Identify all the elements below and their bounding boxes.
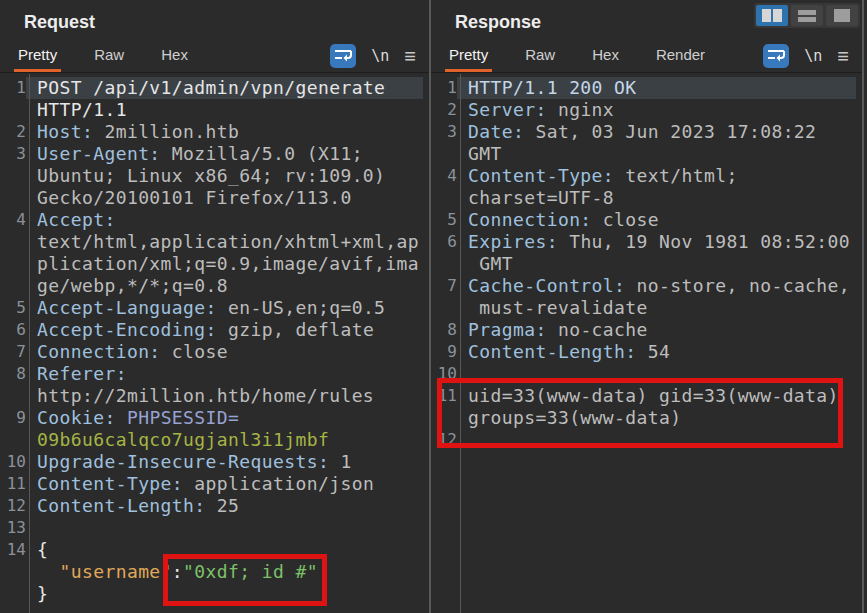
line-text: Date: Sat, 03 Jun 2023 17:08:22 xyxy=(468,121,856,143)
request-tab-bar: PrettyRawHex \n ≡ xyxy=(0,40,429,73)
line-text: Content-Length: 25 xyxy=(37,495,423,517)
line-text: User-Agent: Mozilla/5.0 (X11; xyxy=(37,143,423,165)
line-number xyxy=(431,143,457,165)
code-line: 7Connection: close xyxy=(0,341,423,363)
code-line: must-revalidate xyxy=(431,297,856,319)
hamburger-menu-icon[interactable]: ≡ xyxy=(404,46,416,66)
tab-raw[interactable]: Raw xyxy=(521,40,559,72)
line-text: HTTP/1.1 xyxy=(37,99,423,121)
line-number xyxy=(0,165,26,187)
tab-render[interactable]: Render xyxy=(652,40,709,72)
code-line: charset=UTF-8 xyxy=(431,187,856,209)
code-line: groups=33(www-data) xyxy=(431,407,856,429)
code-line: 2Server: nginx xyxy=(431,99,856,121)
tab-hex[interactable]: Hex xyxy=(588,40,623,72)
single-layout-button[interactable] xyxy=(826,5,858,26)
code-line: 1HTTP/1.1 200 OK xyxy=(431,77,856,99)
code-line: text/html,application/xhtml+xml,ap xyxy=(0,231,423,253)
code-line: 10 xyxy=(431,363,856,385)
code-line: 4Content-Type: text/html; xyxy=(431,165,856,187)
line-text: Accept-Language: en-US,en;q=0.5 xyxy=(37,297,423,319)
layout-toggle-group xyxy=(754,3,860,28)
line-number xyxy=(0,561,26,583)
code-line: 3User-Agent: Mozilla/5.0 (X11; xyxy=(0,143,423,165)
line-text: text/html,application/xhtml+xml,ap xyxy=(37,231,423,253)
line-number: 9 xyxy=(0,407,26,429)
code-line: 11uid=33(www-data) gid=33(www-data) xyxy=(431,385,856,407)
line-text: Ubuntu; Linux x86_64; rv:109.0) xyxy=(37,165,423,187)
response-editor-icons: \n ≡ xyxy=(763,40,862,72)
line-number: 11 xyxy=(431,385,457,407)
word-wrap-icon[interactable] xyxy=(763,44,789,68)
line-text: Connection: close xyxy=(468,209,856,231)
code-line: 4Accept: xyxy=(0,209,423,231)
request-panel: Request PrettyRawHex \n ≡ 1POST /api/v1 xyxy=(0,0,431,613)
line-number: 12 xyxy=(431,429,457,451)
line-number: 3 xyxy=(0,143,26,165)
code-line: 5Connection: close xyxy=(431,209,856,231)
word-wrap-icon[interactable] xyxy=(330,44,356,68)
line-number: 2 xyxy=(431,99,457,121)
line-text: HTTP/1.1 200 OK xyxy=(457,77,856,99)
code-line: 9Cookie: PHPSESSID= xyxy=(0,407,423,429)
line-text: Accept-Encoding: gzip, deflate xyxy=(37,319,423,341)
code-line: 10Upgrade-Insecure-Requests: 1 xyxy=(0,451,423,473)
line-number: 9 xyxy=(431,341,457,363)
response-panel-title: Response xyxy=(455,12,541,33)
line-number: 6 xyxy=(431,231,457,253)
line-number: 4 xyxy=(0,209,26,231)
code-line: } xyxy=(0,583,423,605)
line-number xyxy=(0,385,26,407)
code-line: Gecko/20100101 Firefox/113.0 xyxy=(0,187,423,209)
line-number: 7 xyxy=(0,341,26,363)
line-text: Expires: Thu, 19 Nov 1981 08:52:00 xyxy=(468,231,856,253)
code-line: 13 xyxy=(0,517,423,539)
line-number xyxy=(431,253,457,275)
line-text: Cookie: PHPSESSID= xyxy=(37,407,423,429)
line-number: 1 xyxy=(0,77,26,99)
tab-hex[interactable]: Hex xyxy=(157,40,192,72)
request-editor[interactable]: 1POST /api/v1/admin/vpn/generateHTTP/1.1… xyxy=(0,74,429,613)
line-number xyxy=(0,253,26,275)
newline-toggle-icon[interactable]: \n xyxy=(804,47,822,65)
line-number xyxy=(431,407,457,429)
code-line: "username":"0xdf; id #" xyxy=(0,561,423,583)
line-number xyxy=(0,187,26,209)
columns-layout-button[interactable] xyxy=(756,5,788,26)
newline-toggle-icon[interactable]: \n xyxy=(371,47,389,65)
tab-raw[interactable]: Raw xyxy=(90,40,128,72)
line-number: 2 xyxy=(0,121,26,143)
line-text: must-revalidate xyxy=(468,297,856,319)
line-text: { xyxy=(37,539,423,561)
line-text: Pragma: no-cache xyxy=(468,319,856,341)
code-line: 8Referer: xyxy=(0,363,423,385)
line-text: charset=UTF-8 xyxy=(468,187,856,209)
code-line: plication/xml;q=0.9,image/avif,ima xyxy=(0,253,423,275)
tab-pretty[interactable]: Pretty xyxy=(14,40,61,72)
line-text: Gecko/20100101 Firefox/113.0 xyxy=(37,187,423,209)
code-line: 12 xyxy=(431,429,856,451)
line-number: 4 xyxy=(431,165,457,187)
code-line: 11Content-Type: application/json xyxy=(0,473,423,495)
line-number: 6 xyxy=(0,319,26,341)
response-panel: Response PrettyRawHexRender \n ≡ 1HTTP/ xyxy=(431,0,864,613)
code-line: 14{ xyxy=(0,539,423,561)
code-line: HTTP/1.1 xyxy=(0,99,423,121)
line-text xyxy=(468,429,856,451)
tab-pretty[interactable]: Pretty xyxy=(445,40,492,72)
line-number: 13 xyxy=(0,517,26,539)
hamburger-menu-icon[interactable]: ≡ xyxy=(837,46,849,66)
rows-layout-button[interactable] xyxy=(791,5,823,26)
line-text: Content-Type: text/html; xyxy=(468,165,856,187)
line-text: GMT xyxy=(468,143,856,165)
line-text: plication/xml;q=0.9,image/avif,ima xyxy=(37,253,423,275)
code-line: 7Cache-Control: no-store, no-cache, xyxy=(431,275,856,297)
gutter-divider xyxy=(460,74,461,613)
line-number: 8 xyxy=(0,363,26,385)
response-editor[interactable]: 1HTTP/1.1 200 OK2Server: nginx3Date: Sat… xyxy=(431,74,862,613)
line-text: Host: 2million.htb xyxy=(37,121,423,143)
code-line: GMT xyxy=(431,253,856,275)
code-line: 12Content-Length: 25 xyxy=(0,495,423,517)
request-panel-title: Request xyxy=(24,12,95,33)
line-number: 5 xyxy=(431,209,457,231)
